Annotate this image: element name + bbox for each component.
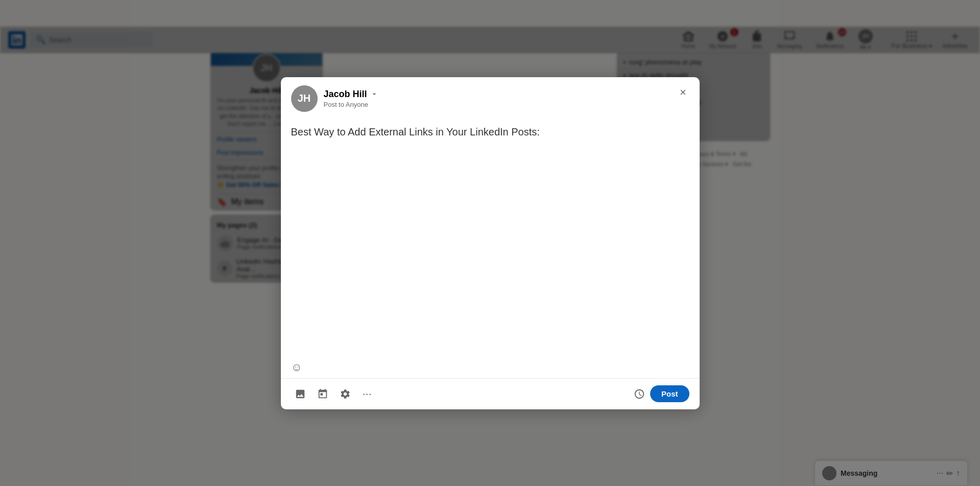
modal-header: JH Jacob Hill Post to Anyone ×: [281, 77, 700, 118]
add-media-button[interactable]: [291, 385, 309, 403]
modal-footer: ··· Post: [281, 378, 700, 409]
modal-toolbar-top: ☺: [281, 357, 700, 378]
modal-post-to[interactable]: Post to Anyone: [324, 101, 378, 108]
modal-user-name: Jacob Hill: [324, 89, 378, 100]
add-settings-button[interactable]: [336, 385, 354, 403]
modal-body: [281, 118, 700, 357]
dropdown-chevron-icon[interactable]: [370, 90, 378, 98]
schedule-button[interactable]: [634, 388, 645, 400]
modal-close-button[interactable]: ×: [675, 84, 691, 101]
more-options-button[interactable]: ···: [358, 385, 376, 403]
post-button[interactable]: Post: [650, 385, 689, 402]
add-calendar-button[interactable]: [314, 385, 332, 403]
modal-user-info: Jacob Hill Post to Anyone: [324, 89, 378, 108]
footer-right: Post: [634, 385, 689, 402]
post-text-input[interactable]: [291, 124, 689, 288]
modal-overlay: JH Jacob Hill Post to Anyone × ☺: [0, 0, 980, 486]
modal-user-avatar: JH: [291, 85, 318, 112]
post-modal: JH Jacob Hill Post to Anyone × ☺: [281, 77, 700, 409]
emoji-button[interactable]: ☺: [291, 361, 302, 374]
